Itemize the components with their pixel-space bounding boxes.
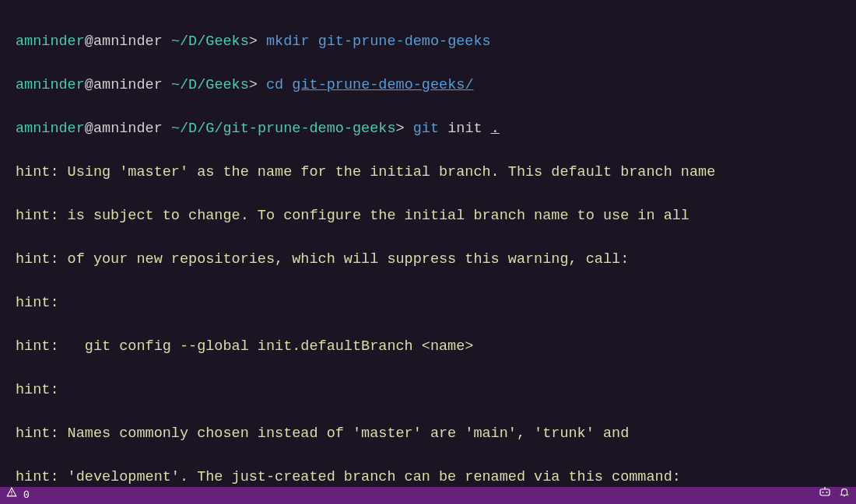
hint-line: hint: git config --global init.defaultBr…: [16, 336, 840, 358]
svg-point-4: [826, 492, 828, 493]
terminal-line: amninder@amninder ~/D/Geeks> mkdir git-p…: [16, 31, 840, 53]
terminal-line: amninder@amninder ~/D/G/git-prune-demo-g…: [16, 118, 840, 140]
terminal-output[interactable]: amninder@amninder ~/D/Geeks> mkdir git-p…: [16, 9, 840, 504]
svg-point-3: [823, 492, 824, 493]
hint-line: hint: of your new repositories, which wi…: [16, 249, 840, 271]
copilot-icon[interactable]: [819, 485, 831, 504]
prompt-marker: >: [249, 33, 258, 50]
prompt-at: @: [85, 33, 93, 50]
hint-line: hint: 'development'. The just-created br…: [16, 467, 840, 488]
prompt-host: amninder: [93, 121, 163, 137]
command: cd: [266, 77, 283, 93]
hint-line: hint: is subject to change. To configure…: [16, 205, 840, 227]
prompt-marker: >: [396, 121, 405, 137]
warning-count[interactable]: 0: [23, 485, 30, 504]
prompt-user: amninder: [16, 121, 85, 137]
command-arg: .: [491, 121, 500, 137]
command: mkdir: [266, 33, 310, 50]
svg-point-1: [11, 494, 12, 495]
prompt-at: @: [85, 77, 93, 93]
hint-line: hint: Names commonly chosen instead of '…: [16, 423, 840, 445]
hint-line: hint: Using 'master' as the name for the…: [16, 162, 840, 184]
hint-line: hint:: [16, 380, 840, 401]
statusbar-right: [819, 485, 850, 504]
warning-icon[interactable]: [6, 485, 17, 504]
command-arg: git-prune-demo-geeks/: [292, 77, 473, 93]
svg-rect-2: [820, 489, 830, 495]
prompt-host: amninder: [93, 33, 163, 50]
prompt-user: amninder: [16, 77, 85, 93]
statusbar-left: 0: [6, 485, 30, 504]
command-arg: git-prune-demo-geeks: [318, 33, 491, 50]
prompt-path: ~/D/Geeks: [171, 33, 249, 50]
prompt-host: amninder: [93, 77, 163, 93]
prompt-path: ~/D/Geeks: [171, 77, 249, 93]
prompt-at: @: [85, 121, 93, 137]
terminal-line: amninder@amninder ~/D/Geeks> cd git-prun…: [16, 75, 840, 96]
command-sub: init: [447, 121, 482, 137]
command: git: [413, 121, 439, 137]
prompt-user: amninder: [16, 33, 85, 50]
hint-line: hint:: [16, 292, 840, 314]
statusbar: 0: [0, 487, 856, 504]
prompt-marker: >: [249, 77, 258, 93]
prompt-path: ~/D/G/git-prune-demo-geeks: [171, 121, 396, 137]
bell-icon[interactable]: [839, 485, 850, 504]
